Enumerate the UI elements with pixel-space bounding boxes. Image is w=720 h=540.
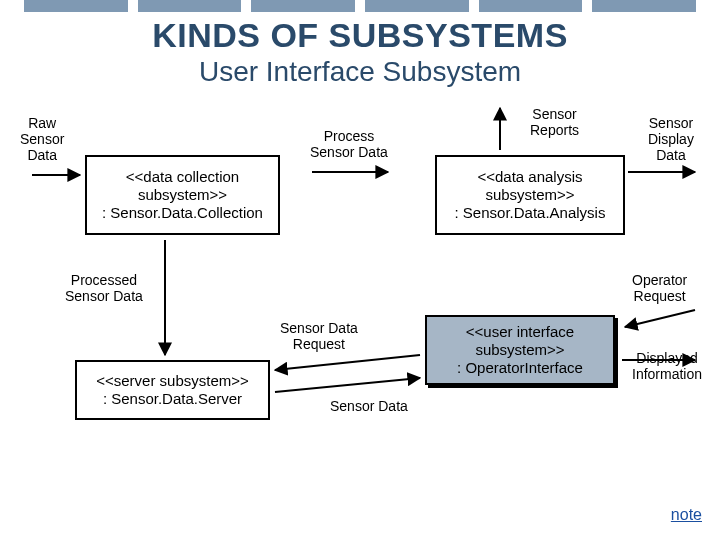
arrows-layer bbox=[0, 0, 720, 540]
diagram-canvas: <<data collection subsystem>> : Sensor.D… bbox=[0, 0, 720, 540]
svg-line-7 bbox=[625, 310, 695, 327]
note-link[interactable]: note bbox=[671, 506, 702, 524]
svg-line-5 bbox=[275, 355, 420, 370]
svg-line-6 bbox=[275, 378, 420, 392]
